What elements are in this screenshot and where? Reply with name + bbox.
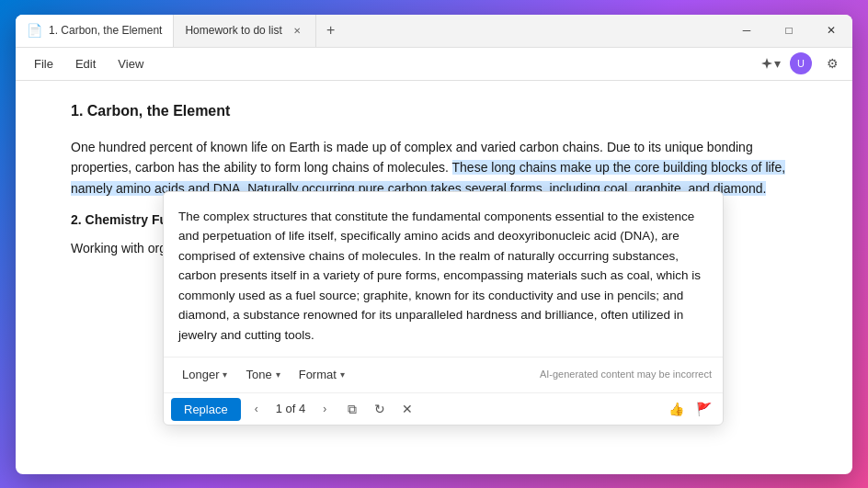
tab2-label: Homework to do list [185, 24, 281, 37]
new-tab-button[interactable]: + [316, 15, 346, 47]
tab-carbon[interactable]: 📄 1. Carbon, the Element [16, 15, 174, 47]
menubar-right: ▾ U ⚙ [757, 51, 845, 76]
settings-button[interactable]: ⚙ [819, 51, 845, 76]
refresh-button[interactable]: ↻ [368, 397, 392, 421]
titlebar: 📄 1. Carbon, the Element Homework to do … [16, 15, 852, 48]
longer-chevron-icon: ▾ [223, 368, 227, 382]
format-select[interactable]: Format ▾ [291, 363, 352, 388]
popup-toolbar: Longer ▾ Tone ▾ Format ▾ AI-generated co… [164, 357, 723, 393]
edit-menu[interactable]: Edit [64, 53, 107, 74]
user-avatar[interactable]: U [790, 52, 812, 74]
doc-icon: 📄 [27, 23, 41, 38]
menubar: File Edit View ▾ U ⚙ [16, 48, 852, 81]
prev-result-button[interactable]: ‹ [245, 397, 268, 421]
nav-count: 1 of 4 [272, 400, 310, 419]
thumbs-up-icon[interactable]: 👍 [664, 397, 688, 421]
format-label: Format [299, 366, 337, 385]
view-menu[interactable]: View [107, 53, 154, 74]
minimize-button[interactable]: ─ [725, 15, 768, 48]
tab-area: 📄 1. Carbon, the Element Homework to do … [16, 15, 725, 47]
ai-disclaimer: AI-generated content may be incorrect [540, 367, 712, 383]
format-chevron-icon: ▾ [340, 368, 345, 382]
popup-body: The complex structures that constitute t… [164, 192, 723, 357]
next-result-button[interactable]: › [313, 397, 337, 421]
longer-label: Longer [182, 366, 219, 385]
content-area: 1. Carbon, the Element One hundred perce… [16, 81, 852, 474]
tone-select[interactable]: Tone ▾ [238, 363, 287, 388]
tab-homework[interactable]: Homework to do list ✕ [174, 15, 315, 47]
paragraph1: One hundred percent of known life on Ear… [71, 137, 797, 199]
tab1-label: 1. Carbon, the Element [49, 24, 162, 37]
tone-chevron-icon: ▾ [276, 368, 280, 382]
replace-button[interactable]: Replace [171, 398, 241, 421]
longer-select[interactable]: Longer ▾ [175, 363, 234, 388]
doc-title: 1. Carbon, the Element [71, 99, 797, 123]
popup-body-text: The complex structures that constitute t… [178, 210, 701, 343]
ai-rewrite-popup: The complex structures that constitute t… [163, 191, 724, 426]
ai-toolbar-button[interactable]: ▾ [757, 51, 782, 76]
tone-label: Tone [246, 366, 271, 385]
copy-button[interactable]: ⧉ [340, 397, 364, 421]
main-window: 📄 1. Carbon, the Element Homework to do … [16, 15, 852, 474]
thumbs-down-icon[interactable]: 🚩 [691, 397, 715, 421]
close-popup-button[interactable]: ✕ [395, 397, 419, 421]
window-controls: ─ □ ✕ [725, 15, 852, 48]
file-menu[interactable]: File [23, 53, 64, 74]
tab-close-icon[interactable]: ✕ [290, 23, 304, 38]
popup-nav: Replace ‹ 1 of 4 › ⧉ ↻ ✕ 👍 🚩 [164, 392, 723, 425]
maximize-button[interactable]: □ [768, 15, 810, 48]
nav-right-icons: 👍 🚩 [664, 397, 715, 421]
close-button[interactable]: ✕ [810, 15, 852, 48]
